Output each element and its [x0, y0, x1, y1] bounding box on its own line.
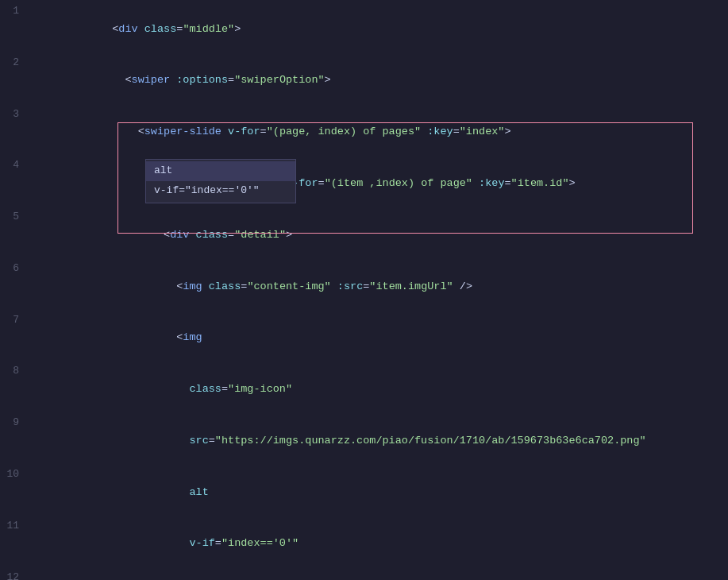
line-number: 8: [0, 363, 32, 380]
code-line: 12 />: [0, 570, 728, 580]
code-area[interactable]: 1 <div class="middle"> 2 <swiper :option…: [0, 0, 728, 580]
line-content: <img class="content-img" :src="item.imgU…: [32, 261, 728, 312]
line-number: 9: [0, 415, 32, 431]
line-number: 10: [0, 466, 32, 483]
line-content: <div class="content" v-for="(item ,index…: [32, 157, 728, 209]
code-line: 6 <img class="content-img" :src="item.im…: [0, 261, 728, 312]
line-number: 3: [0, 106, 32, 123]
code-line: 5 <div class="detail">: [0, 209, 728, 261]
code-line: 9 src="https://imgs.qunarzz.com/piao/fus…: [0, 415, 728, 466]
line-content: <swiper-slide v-for="(page, index) of pa…: [32, 106, 728, 158]
code-line: 4 <div class="content" v-for="(item ,ind…: [0, 157, 728, 209]
code-line: 2 <swiper :options="swiperOption">: [0, 55, 728, 106]
line-content: <div class="middle">: [32, 3, 728, 55]
code-line: 8 class="img-icon": [0, 363, 728, 415]
line-number: 6: [0, 261, 32, 277]
code-line: 3 <swiper-slide v-for="(page, index) of …: [0, 106, 728, 158]
line-number: 7: [0, 312, 32, 329]
line-number: 11: [0, 518, 32, 535]
line-content: alt: [32, 466, 728, 518]
line-number: 1: [0, 3, 32, 20]
line-content: <img: [32, 312, 728, 364]
code-line: 1 <div class="middle">: [0, 3, 728, 55]
code-line: 10 alt: [0, 466, 728, 518]
line-content: class="img-icon": [32, 363, 728, 415]
line-content: <swiper :options="swiperOption">: [32, 55, 728, 106]
line-content: />: [32, 570, 728, 580]
autocomplete-item[interactable]: v-if="index=='0'": [146, 181, 295, 201]
code-line: 7 <img: [0, 312, 728, 364]
code-editor: 1 <div class="middle"> 2 <swiper :option…: [0, 0, 728, 580]
line-content: <div class="detail">: [32, 209, 728, 261]
line-content: v-if="index=='0'": [32, 518, 728, 570]
autocomplete-dropdown[interactable]: alt v-if="index=='0'": [145, 159, 296, 203]
line-number: 5: [0, 209, 32, 226]
code-line: 11 v-if="index=='0'": [0, 518, 728, 570]
line-content: src="https://imgs.qunarzz.com/piao/fusio…: [32, 415, 728, 466]
line-number: 2: [0, 55, 32, 72]
autocomplete-item[interactable]: alt: [146, 161, 295, 181]
line-number: 4: [0, 157, 32, 174]
line-number: 12: [0, 570, 32, 580]
